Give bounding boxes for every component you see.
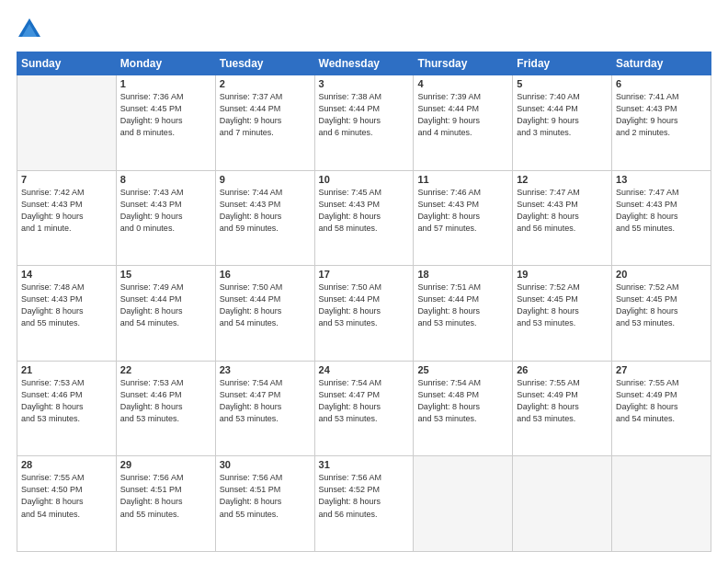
day-number: 2 [220,78,311,89]
day-number: 26 [517,364,608,375]
day-cell: 12Sunrise: 7:47 AM Sunset: 4:43 PM Dayli… [513,170,612,266]
day-cell: 5Sunrise: 7:40 AM Sunset: 4:44 PM Daylig… [513,75,612,171]
day-cell [17,75,117,171]
day-cell: 15Sunrise: 7:49 AM Sunset: 4:44 PM Dayli… [116,266,215,362]
day-cell: 17Sunrise: 7:50 AM Sunset: 4:44 PM Dayli… [314,266,414,362]
page: SundayMondayTuesdayWednesdayThursdayFrid… [0,0,728,563]
day-cell: 29Sunrise: 7:56 AM Sunset: 4:51 PM Dayli… [116,456,215,552]
day-info: Sunrise: 7:56 AM Sunset: 4:51 PM Dayligh… [220,472,311,520]
header-cell-sunday: Sunday [17,52,117,75]
week-row-5: 28Sunrise: 7:55 AM Sunset: 4:50 PM Dayli… [17,456,711,552]
day-number: 1 [120,78,211,89]
logo [17,17,46,42]
day-cell: 28Sunrise: 7:55 AM Sunset: 4:50 PM Dayli… [17,456,117,552]
day-number: 7 [21,174,112,185]
day-cell: 10Sunrise: 7:45 AM Sunset: 4:43 PM Dayli… [314,170,414,266]
day-number: 4 [417,78,508,89]
day-cell: 30Sunrise: 7:56 AM Sunset: 4:51 PM Dayli… [215,456,314,552]
day-info: Sunrise: 7:55 AM Sunset: 4:50 PM Dayligh… [21,472,112,520]
day-info: Sunrise: 7:37 AM Sunset: 4:44 PM Dayligh… [220,91,311,139]
header-cell-tuesday: Tuesday [215,52,314,75]
day-number: 22 [120,364,211,375]
week-row-4: 21Sunrise: 7:53 AM Sunset: 4:46 PM Dayli… [17,361,711,456]
day-cell: 14Sunrise: 7:48 AM Sunset: 4:43 PM Dayli… [17,266,117,362]
day-number: 24 [319,364,410,375]
day-cell: 3Sunrise: 7:38 AM Sunset: 4:44 PM Daylig… [314,75,414,171]
day-cell: 9Sunrise: 7:44 AM Sunset: 4:43 PM Daylig… [215,170,314,266]
day-number: 15 [120,269,211,280]
day-info: Sunrise: 7:55 AM Sunset: 4:49 PM Dayligh… [517,377,608,425]
week-row-2: 7Sunrise: 7:42 AM Sunset: 4:43 PM Daylig… [17,170,711,266]
day-info: Sunrise: 7:51 AM Sunset: 4:44 PM Dayligh… [417,282,508,329]
day-cell: 1Sunrise: 7:36 AM Sunset: 4:45 PM Daylig… [116,75,215,171]
day-cell [612,456,711,552]
day-cell: 27Sunrise: 7:55 AM Sunset: 4:49 PM Dayli… [612,361,711,456]
day-number: 18 [417,269,508,280]
day-cell: 8Sunrise: 7:43 AM Sunset: 4:43 PM Daylig… [116,170,215,266]
day-info: Sunrise: 7:53 AM Sunset: 4:46 PM Dayligh… [21,377,112,425]
day-info: Sunrise: 7:40 AM Sunset: 4:44 PM Dayligh… [517,91,608,139]
day-info: Sunrise: 7:42 AM Sunset: 4:43 PM Dayligh… [21,187,112,235]
day-info: Sunrise: 7:52 AM Sunset: 4:45 PM Dayligh… [517,282,608,329]
day-cell: 31Sunrise: 7:56 AM Sunset: 4:52 PM Dayli… [314,456,414,552]
day-info: Sunrise: 7:38 AM Sunset: 4:44 PM Dayligh… [319,91,410,139]
day-number: 28 [21,459,112,470]
day-info: Sunrise: 7:45 AM Sunset: 4:43 PM Dayligh… [319,187,410,235]
day-number: 11 [417,174,508,185]
day-info: Sunrise: 7:47 AM Sunset: 4:43 PM Dayligh… [517,187,608,235]
day-number: 31 [319,459,410,470]
day-number: 21 [21,364,112,375]
day-number: 16 [220,269,311,280]
day-info: Sunrise: 7:56 AM Sunset: 4:52 PM Dayligh… [319,472,410,520]
day-cell: 21Sunrise: 7:53 AM Sunset: 4:46 PM Dayli… [17,361,117,456]
day-info: Sunrise: 7:41 AM Sunset: 4:43 PM Dayligh… [616,91,707,139]
day-info: Sunrise: 7:55 AM Sunset: 4:49 PM Dayligh… [616,377,707,425]
day-number: 30 [220,459,311,470]
day-info: Sunrise: 7:43 AM Sunset: 4:43 PM Dayligh… [120,187,211,235]
day-number: 17 [319,269,410,280]
header-cell-thursday: Thursday [414,52,513,75]
day-number: 20 [616,269,707,280]
day-cell: 24Sunrise: 7:54 AM Sunset: 4:47 PM Dayli… [314,361,414,456]
calendar-body: 1Sunrise: 7:36 AM Sunset: 4:45 PM Daylig… [17,75,711,552]
day-number: 8 [120,174,211,185]
day-info: Sunrise: 7:36 AM Sunset: 4:45 PM Dayligh… [120,91,211,139]
day-info: Sunrise: 7:52 AM Sunset: 4:45 PM Dayligh… [616,282,707,329]
day-number: 3 [319,78,410,89]
day-number: 19 [517,269,608,280]
calendar-table: SundayMondayTuesdayWednesdayThursdayFrid… [17,52,711,552]
header-cell-saturday: Saturday [612,52,711,75]
day-cell: 11Sunrise: 7:46 AM Sunset: 4:43 PM Dayli… [414,170,513,266]
day-number: 14 [21,269,112,280]
day-cell: 6Sunrise: 7:41 AM Sunset: 4:43 PM Daylig… [612,75,711,171]
day-number: 12 [517,174,608,185]
day-cell: 18Sunrise: 7:51 AM Sunset: 4:44 PM Dayli… [414,266,513,362]
day-info: Sunrise: 7:54 AM Sunset: 4:48 PM Dayligh… [417,377,508,425]
day-cell: 16Sunrise: 7:50 AM Sunset: 4:44 PM Dayli… [215,266,314,362]
day-info: Sunrise: 7:47 AM Sunset: 4:43 PM Dayligh… [616,187,707,235]
day-cell: 26Sunrise: 7:55 AM Sunset: 4:49 PM Dayli… [513,361,612,456]
day-cell: 25Sunrise: 7:54 AM Sunset: 4:48 PM Dayli… [414,361,513,456]
day-number: 13 [616,174,707,185]
day-cell [513,456,612,552]
logo-icon [17,17,42,42]
day-number: 10 [319,174,410,185]
day-cell: 7Sunrise: 7:42 AM Sunset: 4:43 PM Daylig… [17,170,117,266]
day-cell: 23Sunrise: 7:54 AM Sunset: 4:47 PM Dayli… [215,361,314,456]
day-number: 29 [120,459,211,470]
header [17,17,711,42]
day-info: Sunrise: 7:49 AM Sunset: 4:44 PM Dayligh… [120,282,211,329]
header-cell-friday: Friday [513,52,612,75]
day-info: Sunrise: 7:50 AM Sunset: 4:44 PM Dayligh… [220,282,311,329]
day-info: Sunrise: 7:46 AM Sunset: 4:43 PM Dayligh… [417,187,508,235]
day-cell: 22Sunrise: 7:53 AM Sunset: 4:46 PM Dayli… [116,361,215,456]
week-row-1: 1Sunrise: 7:36 AM Sunset: 4:45 PM Daylig… [17,75,711,171]
day-number: 25 [417,364,508,375]
day-info: Sunrise: 7:50 AM Sunset: 4:44 PM Dayligh… [319,282,410,329]
day-cell [414,456,513,552]
day-cell: 13Sunrise: 7:47 AM Sunset: 4:43 PM Dayli… [612,170,711,266]
header-cell-wednesday: Wednesday [314,52,414,75]
calendar-header: SundayMondayTuesdayWednesdayThursdayFrid… [17,52,711,75]
day-number: 9 [220,174,311,185]
day-info: Sunrise: 7:53 AM Sunset: 4:46 PM Dayligh… [120,377,211,425]
